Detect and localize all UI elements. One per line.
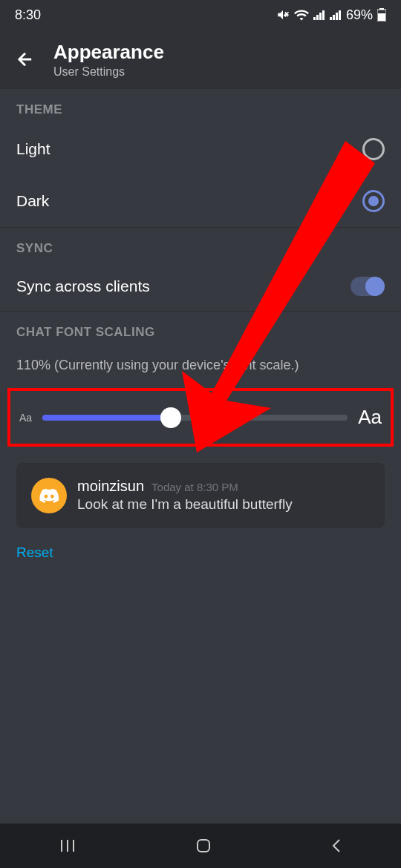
theme-dark-label: Dark: [16, 192, 49, 210]
svg-rect-10: [378, 13, 385, 21]
wifi-icon: [294, 9, 309, 21]
svg-rect-4: [330, 17, 332, 20]
battery-icon: [377, 8, 386, 22]
signal2-icon: [330, 10, 342, 20]
theme-light-label: Light: [16, 140, 50, 158]
avatar: [31, 478, 67, 513]
sync-section-header: SYNC: [0, 228, 401, 262]
theme-light-row[interactable]: Light: [0, 123, 401, 175]
theme-section-header: THEME: [0, 89, 401, 123]
sync-toggle[interactable]: [351, 277, 385, 296]
slider-fill: [42, 415, 171, 421]
status-bar: 8:30 69%: [0, 0, 401, 30]
svg-rect-1: [316, 15, 319, 20]
font-scale-status: 110% (Currently using your device's font…: [0, 346, 401, 385]
svg-rect-5: [333, 15, 335, 20]
svg-rect-6: [336, 13, 338, 20]
preview-body: Look at me I'm a beautiful butterfly: [77, 496, 293, 513]
theme-dark-row[interactable]: Dark: [0, 175, 401, 227]
font-scaling-section-header: CHAT FONT SCALING: [0, 312, 401, 346]
discord-logo-icon: [39, 488, 59, 503]
back-icon[interactable]: [15, 49, 36, 70]
recents-button[interactable]: [59, 838, 76, 853]
home-button[interactable]: [195, 837, 212, 855]
battery-percent: 69%: [346, 7, 373, 23]
font-scale-slider[interactable]: [42, 415, 348, 421]
svg-rect-14: [198, 840, 209, 852]
svg-rect-7: [339, 10, 341, 20]
theme-dark-radio[interactable]: [362, 190, 385, 212]
back-button[interactable]: [330, 837, 342, 855]
font-scale-large-indicator: Aa: [358, 406, 382, 429]
signal-icon: [313, 10, 325, 20]
svg-rect-0: [313, 17, 316, 20]
mute-icon: [276, 8, 290, 22]
svg-rect-2: [319, 13, 322, 20]
header: Appearance User Settings: [0, 30, 401, 89]
android-nav-bar: [0, 823, 401, 868]
reset-button[interactable]: Reset: [0, 545, 401, 561]
sync-label: Sync across clients: [16, 277, 150, 295]
slider-thumb[interactable]: [160, 407, 181, 428]
font-scale-small-indicator: Aa: [19, 412, 32, 424]
status-indicators: 69%: [276, 7, 386, 23]
preview-username: moinzisun: [77, 478, 144, 495]
message-preview: moinzisun Today at 8:30 PM Look at me I'…: [16, 463, 385, 528]
sync-row[interactable]: Sync across clients: [0, 262, 401, 311]
page-subtitle: User Settings: [53, 65, 164, 79]
theme-light-radio[interactable]: [362, 138, 385, 160]
status-time: 8:30: [15, 7, 41, 23]
preview-timestamp: Today at 8:30 PM: [151, 481, 238, 493]
svg-rect-3: [322, 10, 325, 20]
font-scale-slider-container: Aa Aa: [7, 388, 394, 447]
page-title: Appearance: [53, 41, 164, 64]
